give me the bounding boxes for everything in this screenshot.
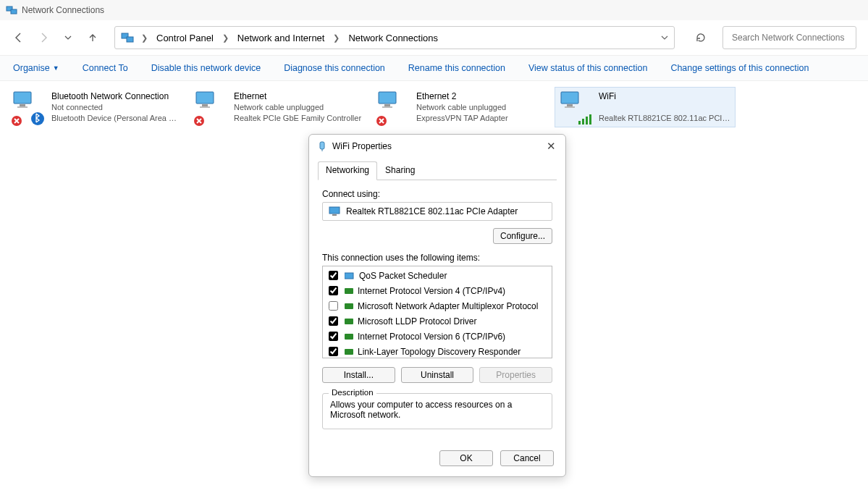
back-button[interactable]: [12, 30, 26, 45]
svg-rect-1: [11, 9, 17, 14]
svg-rect-14: [384, 104, 390, 106]
connection-item[interactable]: WiFi Realtek RTL8821CE 802.11ac PCIe …: [555, 87, 736, 127]
address-bar[interactable]: ❯ Control Panel ❯ Network and Internet ❯…: [114, 26, 675, 49]
description-group: Description Allows your computer to acce…: [322, 393, 552, 429]
nav-toolbar: ❯ Control Panel ❯ Network and Internet ❯…: [0, 20, 868, 55]
protocol-label: Internet Protocol Version 6 (TCP/IPv6): [358, 332, 505, 342]
adapter-box[interactable]: Realtek RTL8821CE 802.11ac PCIe Adapter: [322, 202, 552, 221]
protocol-checkbox[interactable]: [329, 301, 338, 311]
uninstall-button[interactable]: Uninstall: [401, 367, 474, 383]
dialog-body: Connect using: Realtek RTL8821CE 802.11a…: [309, 180, 565, 443]
svg-rect-27: [332, 214, 337, 216]
dialog-title: WiFi Properties: [332, 141, 392, 151]
protocol-icon: [345, 319, 353, 324]
command-bar: Organise▼ Connect To Disable this networ…: [0, 55, 868, 81]
protocol-label: QoS Packet Scheduler: [359, 271, 447, 281]
protocol-icon: [345, 303, 353, 309]
crumb-control-panel[interactable]: Control Panel: [155, 33, 215, 43]
wifi-adapter-icon: [316, 140, 328, 152]
forward-button[interactable]: [36, 30, 51, 45]
connection-item[interactable]: Ethernet 2Network cable unpluggedExpress…: [372, 87, 553, 127]
refresh-button[interactable]: [689, 26, 712, 49]
svg-rect-22: [586, 117, 588, 125]
connection-name: Bluetooth Network Connection: [51, 90, 177, 102]
connection-item[interactable]: EthernetNetwork cable unpluggedRealtek P…: [190, 87, 371, 127]
search-box[interactable]: [722, 26, 856, 49]
control-panel-icon: [121, 31, 134, 44]
rename-button[interactable]: Rename this connection: [408, 63, 505, 73]
tab-sharing[interactable]: Sharing: [377, 161, 423, 180]
connection-device: Realtek PCIe GbE Family Controller: [234, 113, 361, 124]
svg-rect-5: [20, 104, 25, 106]
chevron-right-icon: ❯: [330, 33, 342, 43]
connection-item[interactable]: Bluetooth Network ConnectionNot connecte…: [7, 87, 188, 127]
connect-to-button[interactable]: Connect To: [83, 63, 128, 73]
wifi-properties-dialog: WiFi Properties ✕ Networking Sharing Con…: [308, 134, 566, 477]
connection-name: Ethernet 2: [416, 90, 508, 102]
chevron-right-icon: ❯: [138, 33, 151, 43]
dialog-tabs: Networking Sharing: [318, 161, 557, 180]
svg-rect-6: [17, 106, 28, 108]
svg-rect-15: [382, 106, 392, 108]
svg-rect-28: [345, 273, 353, 279]
install-button[interactable]: Install...: [322, 367, 395, 383]
svg-rect-24: [320, 142, 324, 149]
svg-rect-11: [200, 106, 210, 108]
protocol-item[interactable]: Internet Protocol Version 4 (TCP/IPv4): [326, 283, 549, 298]
change-settings-button[interactable]: Change settings of this connection: [670, 63, 809, 73]
connections-list: Bluetooth Network ConnectionNot connecte…: [0, 81, 868, 133]
protocol-checkbox[interactable]: [329, 271, 338, 280]
view-status-button[interactable]: View status of this connection: [528, 63, 647, 73]
crumb-network-internet[interactable]: Network and Internet: [236, 33, 326, 43]
disable-device-button[interactable]: Disable this network device: [151, 63, 261, 73]
items-label: This connection uses the following items…: [322, 253, 552, 263]
description-legend: Description: [329, 388, 376, 397]
crumb-network-connections[interactable]: Network Connections: [347, 33, 439, 43]
connection-status: Network cable unplugged: [416, 102, 508, 113]
cancel-button[interactable]: Cancel: [500, 450, 554, 466]
up-button[interactable]: [85, 30, 100, 45]
protocol-icon: [345, 288, 353, 294]
svg-rect-23: [589, 114, 591, 125]
svg-rect-9: [196, 92, 214, 104]
recent-button[interactable]: [61, 30, 75, 45]
protocol-icon: [345, 334, 353, 340]
properties-button: Properties: [479, 367, 552, 383]
svg-rect-13: [379, 92, 396, 104]
scheduler-icon: [345, 271, 355, 280]
search-input[interactable]: [730, 32, 848, 43]
close-button[interactable]: ✕: [544, 140, 558, 153]
items-listbox[interactable]: QoS Packet SchedulerInternet Protocol Ve…: [322, 266, 552, 358]
tab-networking[interactable]: Networking: [318, 161, 377, 180]
description-text: Allows your computer to access resources…: [330, 400, 544, 420]
configure-button[interactable]: Configure...: [493, 228, 552, 244]
protocol-checkbox[interactable]: [329, 316, 338, 326]
connection-icon: [560, 90, 594, 125]
protocol-checkbox[interactable]: [329, 332, 338, 341]
ok-button[interactable]: OK: [439, 450, 493, 466]
connection-status: [599, 102, 730, 113]
connection-name: Ethernet: [234, 90, 361, 102]
protocol-item[interactable]: Internet Protocol Version 6 (TCP/IPv6): [326, 329, 549, 344]
connection-icon: [195, 90, 229, 125]
connection-device: Bluetooth Device (Personal Area …: [51, 113, 177, 124]
protocol-checkbox[interactable]: [329, 286, 338, 295]
svg-rect-18: [567, 104, 573, 106]
diagnose-button[interactable]: Diagnose this connection: [284, 63, 385, 73]
protocol-item[interactable]: Link-Layer Topology Discovery Responder: [326, 344, 549, 358]
protocol-item[interactable]: Microsoft Network Adapter Multiplexor Pr…: [326, 298, 549, 313]
connection-device: Realtek RTL8821CE 802.11ac PCIe …: [599, 113, 730, 124]
window-title: Network Connections: [22, 5, 104, 15]
connection-icon: [377, 90, 412, 125]
organise-menu[interactable]: Organise▼: [13, 63, 59, 73]
protocol-item[interactable]: Microsoft LLDP Protocol Driver: [326, 313, 549, 329]
connection-icon: [12, 90, 47, 125]
protocol-checkbox[interactable]: [329, 347, 338, 356]
monitor-icon: [329, 206, 340, 216]
svg-rect-4: [14, 92, 31, 104]
dialog-titlebar: WiFi Properties ✕: [309, 135, 565, 158]
chevron-down-icon[interactable]: [661, 34, 668, 41]
window-titlebar: Network Connections: [0, 0, 868, 20]
protocol-item[interactable]: QoS Packet Scheduler: [326, 268, 549, 283]
network-icon: [6, 4, 17, 16]
